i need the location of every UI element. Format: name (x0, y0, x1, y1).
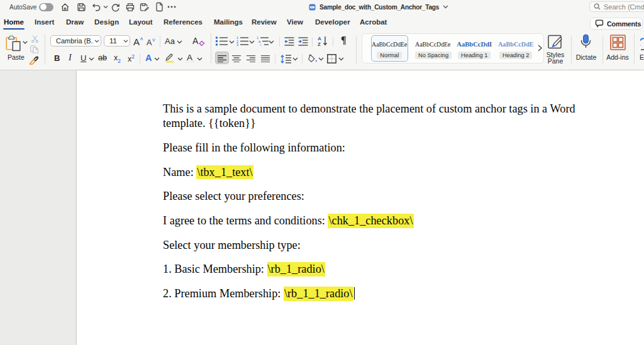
svg-text:A: A (318, 36, 321, 41)
svg-text:3: 3 (236, 43, 238, 46)
svg-text:i: i (260, 43, 261, 46)
svg-text:Z: Z (318, 41, 321, 47)
